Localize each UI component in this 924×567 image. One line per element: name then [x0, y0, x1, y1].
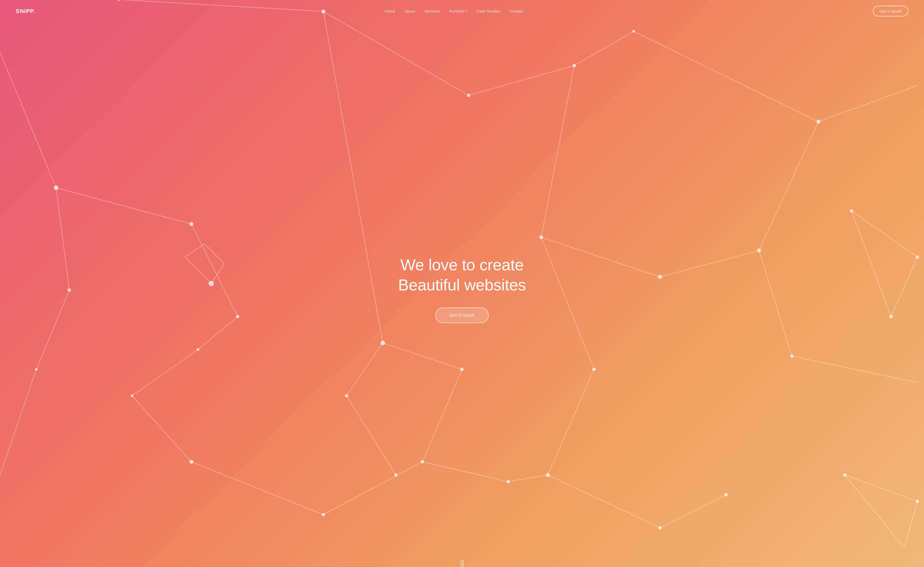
svg-point-48: [816, 120, 820, 124]
svg-point-57: [381, 340, 385, 345]
svg-point-62: [592, 368, 596, 371]
svg-line-34: [191, 462, 323, 514]
svg-point-45: [467, 94, 470, 97]
svg-line-7: [56, 188, 69, 290]
nav-item-services[interactable]: Services: [424, 9, 440, 14]
hero-content: We love to create Beautiful websites Get…: [371, 254, 554, 323]
svg-point-74: [658, 526, 662, 530]
svg-point-47: [632, 30, 635, 33]
svg-line-24: [660, 251, 759, 277]
nav-item-about[interactable]: About: [405, 9, 415, 14]
nav-link-services[interactable]: Services: [424, 9, 440, 13]
svg-point-49: [54, 185, 58, 190]
svg-point-67: [850, 209, 853, 213]
nav-item-contact[interactable]: Contact: [510, 9, 524, 14]
svg-line-30: [852, 211, 891, 316]
svg-line-31: [845, 475, 917, 501]
svg-line-8: [36, 290, 69, 370]
navbar: SNIPP. Home About Services Portfolio Cas…: [0, 0, 924, 22]
svg-line-28: [852, 211, 918, 257]
svg-point-58: [345, 394, 348, 397]
svg-line-38: [548, 475, 660, 528]
hero-title: We love to create Beautiful websites: [371, 254, 554, 295]
svg-line-41: [211, 264, 225, 284]
svg-point-50: [68, 288, 71, 292]
svg-point-77: [394, 473, 398, 477]
svg-point-52: [189, 222, 193, 226]
hero-get-in-touch-button[interactable]: Get in touch: [435, 307, 489, 323]
svg-line-35: [323, 462, 423, 514]
svg-point-65: [757, 248, 761, 252]
svg-point-69: [890, 315, 893, 318]
nav-link-case-studies[interactable]: Case Studies: [476, 9, 500, 13]
svg-line-17: [346, 396, 396, 475]
svg-line-40: [185, 257, 211, 283]
svg-line-5: [818, 85, 918, 122]
nav-link-contact[interactable]: Contact: [510, 9, 524, 13]
svg-point-51: [35, 368, 38, 370]
nav-item-portfolio[interactable]: Portfolio: [449, 9, 467, 13]
svg-point-72: [322, 513, 325, 516]
nav-link-home[interactable]: Home: [385, 9, 395, 13]
nav-item-case-studies[interactable]: Case Studies: [476, 9, 500, 14]
svg-point-60: [421, 460, 424, 463]
svg-point-71: [916, 500, 919, 503]
svg-point-73: [507, 480, 510, 483]
svg-line-9: [0, 369, 36, 475]
svg-line-22: [548, 369, 594, 475]
scroll-indicator: [461, 560, 464, 567]
scroll-bar-left: [461, 560, 462, 567]
svg-point-53: [236, 315, 239, 318]
svg-line-3: [574, 31, 634, 66]
svg-line-42: [205, 244, 225, 264]
svg-line-23: [541, 237, 660, 277]
svg-point-54: [196, 348, 199, 351]
svg-line-18: [383, 343, 462, 369]
svg-line-43: [185, 244, 205, 257]
nav-item-home[interactable]: Home: [385, 9, 395, 14]
nav-link-about[interactable]: About: [405, 9, 415, 13]
svg-line-29: [891, 257, 917, 316]
svg-line-37: [508, 475, 548, 481]
logo: SNIPP.: [16, 8, 35, 15]
svg-line-2: [469, 66, 574, 95]
svg-line-10: [56, 188, 191, 224]
svg-line-16: [346, 343, 383, 396]
svg-point-66: [790, 355, 794, 358]
svg-line-1: [323, 12, 469, 95]
svg-point-55: [130, 394, 133, 397]
svg-line-6: [0, 53, 56, 188]
nav-get-in-touch-button[interactable]: Get in touch: [873, 6, 908, 17]
svg-point-59: [460, 368, 464, 371]
svg-point-64: [658, 275, 662, 279]
svg-line-12: [198, 316, 238, 350]
svg-point-56: [189, 460, 193, 464]
svg-line-20: [541, 66, 574, 237]
svg-line-13: [132, 350, 198, 396]
svg-line-27: [792, 356, 918, 382]
svg-point-78: [724, 493, 728, 496]
scroll-bar-right: [463, 560, 464, 567]
svg-line-26: [759, 251, 792, 356]
svg-line-39: [660, 495, 726, 528]
hero-section: SNIPP. Home About Services Portfolio Cas…: [0, 0, 924, 567]
svg-line-19: [423, 369, 462, 462]
svg-line-36: [423, 462, 508, 482]
svg-line-14: [132, 396, 191, 462]
svg-point-76: [208, 281, 214, 286]
svg-point-68: [916, 256, 919, 259]
svg-line-11: [191, 224, 238, 316]
nav-link-portfolio[interactable]: Portfolio: [449, 9, 467, 13]
svg-point-70: [843, 473, 846, 477]
svg-line-4: [633, 31, 818, 122]
svg-line-25: [759, 122, 818, 250]
svg-line-32: [904, 501, 918, 548]
nav-links: Home About Services Portfolio Case Studi…: [385, 9, 524, 14]
svg-line-33: [845, 475, 904, 547]
svg-point-63: [546, 473, 550, 477]
svg-point-46: [573, 64, 576, 67]
svg-point-61: [539, 235, 543, 239]
